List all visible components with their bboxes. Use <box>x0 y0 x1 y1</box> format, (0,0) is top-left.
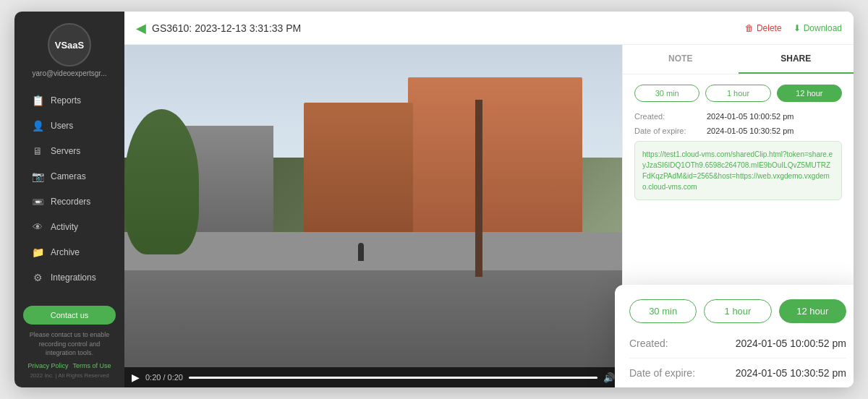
tab-note[interactable]: NOTE <box>623 45 739 74</box>
top-bar-actions: 🗑 Delete ⬇ Download <box>745 23 842 33</box>
sidebar-item-label: Cameras <box>51 171 86 181</box>
created-value: 2024-01-05 10:00:52 pm <box>707 112 793 121</box>
archive-icon: 📁 <box>32 246 43 258</box>
tree-trunk <box>475 100 482 277</box>
sidebar-bottom: Contact us Please contact us to enable r… <box>14 297 124 387</box>
download-button[interactable]: ⬇ Download <box>793 23 842 33</box>
video-panel: ▶ 0:20 / 0:20 🔊 <box>124 45 622 387</box>
servers-icon: 🖥 <box>32 145 43 157</box>
building-right <box>408 77 582 254</box>
back-icon[interactable]: ◀ <box>136 20 146 36</box>
duration-1hour[interactable]: 1 hour <box>705 85 770 102</box>
sidebar-item-cameras[interactable]: 📷 Cameras <box>19 164 120 189</box>
activity-icon: 👁 <box>32 221 43 233</box>
floating-expire-label: Date of expire: <box>629 367 695 379</box>
tab-share[interactable]: SHARE <box>739 45 854 74</box>
progress-bar[interactable] <box>189 377 597 379</box>
logo: VSaaS <box>48 23 91 66</box>
floating-expire-value: 2024-01-05 10:30:52 pm <box>736 367 846 379</box>
users-icon: 👤 <box>32 120 43 132</box>
sidebar-item-activity[interactable]: 👁 Activity <box>19 215 120 239</box>
sidebar-item-label: Recorders <box>51 197 90 207</box>
created-row: Created: 2024-01-05 10:00:52 pm <box>634 112 842 121</box>
building-center <box>304 103 413 231</box>
floating-created-value: 2024-01-05 10:00:52 pm <box>736 338 846 349</box>
floating-duration-options: 30 min 1 hour 12 hour <box>629 299 846 323</box>
duration-12hour[interactable]: 12 hour <box>777 85 842 102</box>
floating-duration-12hour[interactable]: 12 hour <box>779 299 846 323</box>
cameras-icon: 📷 <box>32 171 43 182</box>
sidebar-note: Please contact us to enable recording co… <box>23 330 116 358</box>
page-title: GS3610: 2023-12-13 3:31:33 PM <box>152 22 301 34</box>
time-display: 0:20 / 0:20 <box>145 373 183 382</box>
expire-label: Date of expire: <box>634 126 707 135</box>
main-content: ◀ GS3610: 2023-12-13 3:31:33 PM 🗑 Delete… <box>124 12 854 387</box>
sidebar-item-recorders[interactable]: 📼 Recorders <box>19 189 120 214</box>
sidewalk <box>124 232 622 271</box>
contact-button[interactable]: Contact us <box>23 306 116 325</box>
sidebar-item-label: Activity <box>51 222 78 232</box>
top-bar-left: ◀ GS3610: 2023-12-13 3:31:33 PM <box>136 20 301 36</box>
recorders-icon: 📼 <box>32 196 43 207</box>
delete-button[interactable]: 🗑 Delete <box>745 23 782 33</box>
floating-duration-30min[interactable]: 30 min <box>629 299 697 323</box>
sidebar-item-integrations[interactable]: ⚙ Integrations <box>19 265 120 290</box>
created-label: Created: <box>634 112 707 121</box>
top-bar: ◀ GS3610: 2023-12-13 3:31:33 PM 🗑 Delete… <box>124 12 854 45</box>
content-area: ▶ 0:20 / 0:20 🔊 NOTE SHARE <box>124 45 854 387</box>
floating-created-label: Created: <box>629 338 668 349</box>
browser-window: VSaaS yaro@videoexpertsgr... 📋 Reports 👤… <box>14 12 854 387</box>
floating-created-row: Created: 2024-01-05 10:00:52 pm <box>629 338 846 349</box>
sidebar-item-label: Integrations <box>51 273 96 283</box>
video-controls: ▶ 0:20 / 0:20 🔊 <box>124 367 622 387</box>
reports-icon: 📋 <box>32 95 43 106</box>
duration-30min[interactable]: 30 min <box>634 85 699 102</box>
sidebar-item-users[interactable]: 👤 Users <box>19 113 120 138</box>
street-scene <box>124 45 622 367</box>
foliage-left <box>124 109 199 254</box>
progress-fill <box>189 377 597 379</box>
trash-icon: 🗑 <box>745 23 754 33</box>
sidebar-item-archive[interactable]: 📁 Archive <box>19 240 120 265</box>
download-label: Download <box>804 23 842 33</box>
sidebar-item-label: Servers <box>51 146 80 156</box>
floating-expire-row: Date of expire: 2024-01-05 10:30:52 pm <box>629 367 846 379</box>
sidebar: VSaaS yaro@videoexpertsgr... 📋 Reports 👤… <box>14 12 124 387</box>
floating-duration-1hour[interactable]: 1 hour <box>704 299 771 323</box>
sidebar-links: Privacy Policy Terms of Use <box>23 362 116 369</box>
volume-icon[interactable]: 🔊 <box>603 372 615 383</box>
sidebar-item-servers[interactable]: 🖥 Servers <box>19 139 120 163</box>
terms-of-use-link[interactable]: Terms of Use <box>73 362 111 369</box>
share-url-text: https://test1.cloud-vms.com/sharedClip.h… <box>642 150 833 191</box>
sidebar-item-label: Users <box>51 121 73 131</box>
delete-label: Delete <box>757 23 782 33</box>
floating-card: 30 min 1 hour 12 hour Created: 2024-01-0… <box>615 285 854 387</box>
integrations-icon: ⚙ <box>32 272 43 283</box>
person-silhouette <box>358 243 364 261</box>
panel-tabs: NOTE SHARE <box>623 45 854 74</box>
share-url-box[interactable]: https://test1.cloud-vms.com/sharedClip.h… <box>634 141 842 200</box>
sidebar-nav: 📋 Reports 👤 Users 🖥 Servers 📷 Cameras 📼 … <box>14 87 124 297</box>
play-button[interactable]: ▶ <box>132 372 140 383</box>
expire-value: 2024-01-05 10:30:52 pm <box>707 126 793 135</box>
sidebar-item-label: Reports <box>51 95 81 106</box>
privacy-policy-link[interactable]: Privacy Policy <box>27 362 68 369</box>
expire-row: Date of expire: 2024-01-05 10:30:52 pm <box>634 126 842 135</box>
copyright: 2022 Inc. | All Rights Reserved <box>23 372 116 379</box>
video-display <box>124 45 622 367</box>
logo-text: VSaaS <box>55 40 84 51</box>
sidebar-item-label: Archive <box>51 247 80 257</box>
duration-options: 30 min 1 hour 12 hour <box>634 85 842 102</box>
download-icon: ⬇ <box>793 23 801 33</box>
user-email: yaro@videoexpertsgr... <box>27 69 113 77</box>
sidebar-item-reports[interactable]: 📋 Reports <box>19 88 120 113</box>
divider <box>629 358 846 359</box>
